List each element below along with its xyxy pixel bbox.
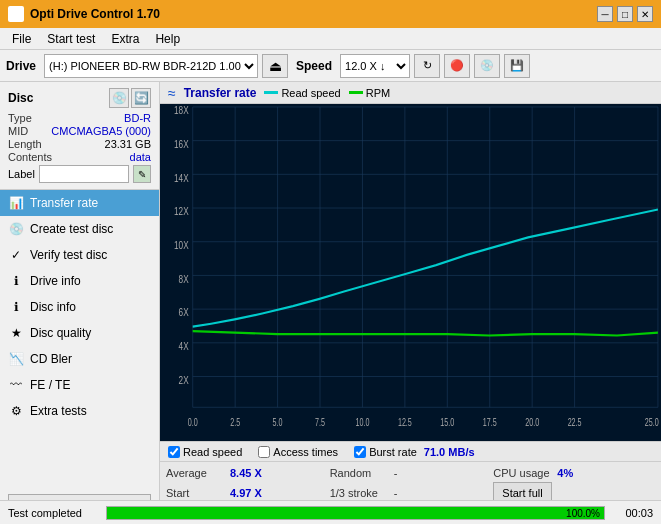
type-label: Type bbox=[8, 112, 32, 124]
maximize-btn[interactable]: □ bbox=[617, 6, 633, 22]
eject-btn[interactable]: ⏏ bbox=[262, 54, 288, 78]
cpu-label: CPU usage bbox=[493, 467, 553, 479]
graph-container: 18X 16X 14X 12X 10X 8X 6X 4X 2X 0.0 2.5 … bbox=[160, 104, 661, 441]
nav-drive-info-label: Drive info bbox=[30, 274, 81, 288]
svg-text:18X: 18X bbox=[174, 104, 189, 117]
svg-text:25.0 GB: 25.0 GB bbox=[645, 417, 661, 429]
menu-extra[interactable]: Extra bbox=[103, 30, 147, 48]
minimize-btn[interactable]: ─ bbox=[597, 6, 613, 22]
random-value: - bbox=[394, 467, 398, 479]
cb-burst-rate-label: Burst rate bbox=[369, 446, 417, 458]
cb-burst-rate[interactable] bbox=[354, 446, 366, 458]
start-label: Start bbox=[166, 487, 226, 499]
nav-disc-quality-label: Disc quality bbox=[30, 326, 91, 340]
nav-disc-info[interactable]: ℹ Disc info bbox=[0, 294, 159, 320]
svg-text:0.0: 0.0 bbox=[188, 417, 198, 429]
nav-transfer-rate-label: Transfer rate bbox=[30, 196, 98, 210]
create-test-icon: 💿 bbox=[8, 221, 24, 237]
progress-bar-container: 100.0% bbox=[106, 506, 605, 520]
transfer-rate-icon: 📊 bbox=[8, 195, 24, 211]
nav-disc-info-label: Disc info bbox=[30, 300, 76, 314]
svg-text:15.0: 15.0 bbox=[440, 417, 454, 429]
type-value: BD-R bbox=[124, 112, 151, 124]
disc-label-btn[interactable]: ✎ bbox=[133, 165, 151, 183]
svg-text:2.5: 2.5 bbox=[230, 417, 240, 429]
nav-disc-quality[interactable]: ★ Disc quality bbox=[0, 320, 159, 346]
icon-btn-1[interactable]: 🔴 bbox=[444, 54, 470, 78]
nav-drive-info[interactable]: ℹ Drive info bbox=[0, 268, 159, 294]
disc-title: Disc bbox=[8, 91, 33, 105]
chart-title: Transfer rate bbox=[184, 86, 257, 100]
nav-fe-te-label: FE / TE bbox=[30, 378, 70, 392]
drive-label: Drive bbox=[6, 59, 36, 73]
main-layout: Disc 💿 🔄 Type BD-R MID CMCMAGBA5 (000) L… bbox=[0, 82, 661, 524]
svg-text:12X: 12X bbox=[174, 205, 189, 218]
speed-select[interactable]: 12.0 X ↓ bbox=[340, 54, 410, 78]
nav-verify-test-disc[interactable]: ✓ Verify test disc bbox=[0, 242, 159, 268]
legend-read-speed: Read speed bbox=[264, 87, 340, 99]
svg-text:17.5: 17.5 bbox=[483, 417, 497, 429]
bottom-status: Test completed 100.0% 00:03 bbox=[0, 500, 661, 524]
svg-text:7.5: 7.5 bbox=[315, 417, 325, 429]
speed-label: Speed bbox=[296, 59, 332, 73]
cb-read-speed[interactable] bbox=[168, 446, 180, 458]
cb-access-times[interactable] bbox=[258, 446, 270, 458]
cb-access-times-label: Access times bbox=[273, 446, 338, 458]
nav-create-test-disc[interactable]: 💿 Create test disc bbox=[0, 216, 159, 242]
nav-verify-label: Verify test disc bbox=[30, 248, 107, 262]
disc-icon-2[interactable]: 🔄 bbox=[131, 88, 151, 108]
length-label: Length bbox=[8, 138, 42, 150]
nav-extra-tests[interactable]: ⚙ Extra tests bbox=[0, 398, 159, 424]
start-value: 4.97 X bbox=[230, 487, 270, 499]
svg-text:20.0: 20.0 bbox=[525, 417, 539, 429]
nav-transfer-rate[interactable]: 📊 Transfer rate bbox=[0, 190, 159, 216]
cd-bler-icon: 📉 bbox=[8, 351, 24, 367]
chart-area: ≈ Transfer rate Read speed RPM bbox=[160, 82, 661, 524]
disc-label-label: Label bbox=[8, 168, 35, 180]
disc-quality-icon: ★ bbox=[8, 325, 24, 341]
status-text: Test completed bbox=[8, 507, 98, 519]
nav-cd-bler-label: CD Bler bbox=[30, 352, 72, 366]
disc-panel: Disc 💿 🔄 Type BD-R MID CMCMAGBA5 (000) L… bbox=[0, 82, 159, 190]
menu-help[interactable]: Help bbox=[147, 30, 188, 48]
progress-bar-fill bbox=[107, 507, 604, 519]
drive-select[interactable]: (H:) PIONEER BD-RW BDR-212D 1.00 bbox=[44, 54, 258, 78]
legend-rpm: RPM bbox=[349, 87, 390, 99]
cb-read-speed-label: Read speed bbox=[183, 446, 242, 458]
svg-text:22.5: 22.5 bbox=[568, 417, 582, 429]
disc-icon-1[interactable]: 💿 bbox=[109, 88, 129, 108]
svg-text:10.0: 10.0 bbox=[355, 417, 369, 429]
close-btn[interactable]: ✕ bbox=[637, 6, 653, 22]
disc-label-input[interactable] bbox=[39, 165, 129, 183]
app-icon bbox=[8, 6, 24, 22]
stroke-1-3-label: 1/3 stroke bbox=[330, 487, 390, 499]
menu-file[interactable]: File bbox=[4, 30, 39, 48]
icon-btn-3[interactable]: 💾 bbox=[504, 54, 530, 78]
menu-start-test[interactable]: Start test bbox=[39, 30, 103, 48]
legend-read-speed-label: Read speed bbox=[281, 87, 340, 99]
checkbox-row: Read speed Access times Burst rate 71.0 … bbox=[160, 441, 661, 461]
menu-bar: File Start test Extra Help bbox=[0, 28, 661, 50]
chart-header: ≈ Transfer rate Read speed RPM bbox=[160, 82, 661, 104]
app-title: Opti Drive Control 1.70 bbox=[30, 7, 160, 21]
svg-text:16X: 16X bbox=[174, 138, 189, 151]
nav-cd-bler[interactable]: 📉 CD Bler bbox=[0, 346, 159, 372]
length-value: 23.31 GB bbox=[105, 138, 151, 150]
random-label: Random bbox=[330, 467, 390, 479]
legend-rpm-label: RPM bbox=[366, 87, 390, 99]
drive-info-icon: ℹ bbox=[8, 273, 24, 289]
average-value: 8.45 X bbox=[230, 467, 270, 479]
svg-text:5.0: 5.0 bbox=[273, 417, 283, 429]
average-label: Average bbox=[166, 467, 226, 479]
nav-fe-te[interactable]: 〰 FE / TE bbox=[0, 372, 159, 398]
graph-svg: 18X 16X 14X 12X 10X 8X 6X 4X 2X 0.0 2.5 … bbox=[160, 104, 661, 441]
extra-tests-icon: ⚙ bbox=[8, 403, 24, 419]
disc-info-icon: ℹ bbox=[8, 299, 24, 315]
window-controls[interactable]: ─ □ ✕ bbox=[597, 6, 653, 22]
speed-icon-btn[interactable]: ↻ bbox=[414, 54, 440, 78]
verify-icon: ✓ bbox=[8, 247, 24, 263]
icon-btn-2[interactable]: 💿 bbox=[474, 54, 500, 78]
drive-toolbar: Drive (H:) PIONEER BD-RW BDR-212D 1.00 ⏏… bbox=[0, 50, 661, 82]
svg-text:4X: 4X bbox=[179, 340, 189, 353]
burst-rate-value: 71.0 MB/s bbox=[424, 446, 475, 458]
